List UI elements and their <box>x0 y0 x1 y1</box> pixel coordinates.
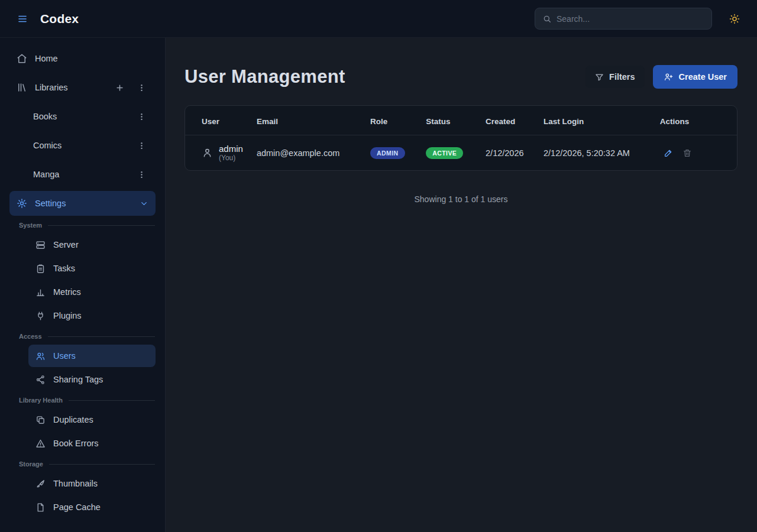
warning-triangle-icon <box>35 439 46 449</box>
sun-icon <box>729 14 740 24</box>
clipboard-icon <box>35 264 46 274</box>
sidebar-item-thumbnails[interactable]: Thumbnails <box>28 472 156 495</box>
sidebar-item-plugins[interactable]: Plugins <box>28 304 156 327</box>
users-table: User Email Role Status Created Last Logi… <box>185 106 737 170</box>
plug-icon <box>35 311 46 321</box>
search-input[interactable] <box>557 14 704 24</box>
kebab-menu-icon <box>137 83 146 92</box>
gear-icon <box>17 198 27 209</box>
column-header-created: Created <box>481 106 539 135</box>
sidebar-item-manga[interactable]: Manga <box>9 162 156 187</box>
sidebar-item-label: Tasks <box>53 264 75 273</box>
comics-kebab-button[interactable] <box>134 138 148 153</box>
user-plus-icon <box>664 72 673 82</box>
kebab-menu-icon <box>137 170 146 179</box>
bar-chart-icon <box>35 287 46 297</box>
app-title: Codex <box>40 12 79 26</box>
column-header-role: Role <box>365 106 421 135</box>
sidebar-item-label: Page Cache <box>53 502 101 512</box>
sidebar-item-label: Users <box>53 351 76 361</box>
filters-button-label: Filters <box>609 72 635 82</box>
library-icon <box>17 82 27 93</box>
file-icon <box>35 502 46 512</box>
top-header: Codex <box>0 0 757 38</box>
user-last-login: 2/12/2026, 5:20:32 AM <box>539 135 655 171</box>
user-avatar-icon <box>202 147 213 158</box>
sidebar: Home Libraries Books <box>0 38 166 532</box>
add-library-button[interactable] <box>112 80 127 95</box>
sidebar-item-label: Manga <box>33 170 59 179</box>
create-user-button-label: Create User <box>679 72 727 82</box>
users-table-card: User Email Role Status Created Last Logi… <box>185 105 737 171</box>
home-icon <box>17 53 27 64</box>
sidebar-item-page-cache[interactable]: Page Cache <box>28 496 156 518</box>
plus-icon <box>115 83 124 92</box>
libraries-kebab-button[interactable] <box>134 80 148 95</box>
server-icon <box>35 240 46 250</box>
section-label-storage: Storage <box>19 460 156 468</box>
column-header-actions: Actions <box>655 106 737 135</box>
user-you-label: (You) <box>219 154 243 162</box>
sidebar-item-sharing-tags[interactable]: Sharing Tags <box>28 368 156 391</box>
sidebar-item-tasks[interactable]: Tasks <box>28 257 156 280</box>
sidebar-item-libraries[interactable]: Libraries <box>9 75 156 100</box>
sidebar-item-label: Sharing Tags <box>53 375 103 384</box>
kebab-menu-icon <box>137 112 146 121</box>
user-created-date: 2/12/2026 <box>481 135 539 171</box>
column-header-email: Email <box>252 106 365 135</box>
image-icon <box>35 479 46 489</box>
main-content: User Management Filters Create User <box>166 38 757 532</box>
create-user-button[interactable]: Create User <box>653 65 737 89</box>
section-label-access: Access <box>19 333 156 340</box>
page-title: User Management <box>185 66 345 87</box>
sidebar-item-book-errors[interactable]: Book Errors <box>28 432 156 455</box>
section-label-system: System <box>19 222 156 229</box>
sidebar-item-settings[interactable]: Settings <box>9 191 156 216</box>
section-label-library-health: Library Health <box>19 397 156 404</box>
filters-button[interactable]: Filters <box>585 66 645 88</box>
column-header-status: Status <box>421 106 481 135</box>
edit-user-button[interactable] <box>660 145 677 161</box>
sidebar-item-label: Comics <box>33 141 62 150</box>
user-name: admin <box>219 144 243 154</box>
sidebar-item-label: Home <box>35 54 58 63</box>
hamburger-icon <box>17 14 28 24</box>
sidebar-item-label: Libraries <box>35 83 68 92</box>
column-header-last-login: Last Login <box>539 106 655 135</box>
table-row: admin (You) admin@example.com ADMIN ACTI… <box>185 135 737 171</box>
books-kebab-button[interactable] <box>134 109 148 124</box>
status-badge: ACTIVE <box>426 147 463 159</box>
trash-icon <box>682 148 692 158</box>
kebab-menu-icon <box>137 141 146 150</box>
filter-icon <box>595 73 604 82</box>
sidebar-item-label: Book Errors <box>53 439 99 448</box>
pagination-summary: Showing 1 to 1 of 1 users <box>185 194 737 204</box>
user-email: admin@example.com <box>252 135 365 171</box>
sidebar-item-label: Thumbnails <box>53 479 98 488</box>
column-header-user: User <box>185 106 252 135</box>
manga-kebab-button[interactable] <box>134 167 148 181</box>
theme-toggle-button[interactable] <box>724 8 745 30</box>
role-badge: ADMIN <box>370 147 405 159</box>
users-icon <box>35 351 46 361</box>
sidebar-item-label: Metrics <box>53 287 81 297</box>
sidebar-item-label: Books <box>33 112 57 121</box>
sidebar-item-metrics[interactable]: Metrics <box>28 281 156 303</box>
sidebar-item-duplicates[interactable]: Duplicates <box>28 408 156 431</box>
search-icon <box>542 14 552 24</box>
sidebar-item-server[interactable]: Server <box>28 233 156 256</box>
sidebar-item-home[interactable]: Home <box>9 46 156 71</box>
sidebar-item-comics[interactable]: Comics <box>9 133 156 158</box>
sidebar-item-label: Plugins <box>53 311 82 320</box>
share-icon <box>35 375 46 385</box>
sidebar-item-label: Server <box>53 240 79 249</box>
sidebar-item-users[interactable]: Users <box>28 345 156 367</box>
delete-user-button[interactable] <box>679 145 695 161</box>
chevron-down-icon <box>140 199 148 208</box>
sidebar-item-books[interactable]: Books <box>9 104 156 129</box>
sidebar-item-label: Duplicates <box>53 415 93 424</box>
copy-icon <box>35 415 46 425</box>
pencil-icon <box>664 148 673 158</box>
search-box[interactable] <box>535 8 712 30</box>
hamburger-menu-button[interactable] <box>12 8 33 30</box>
